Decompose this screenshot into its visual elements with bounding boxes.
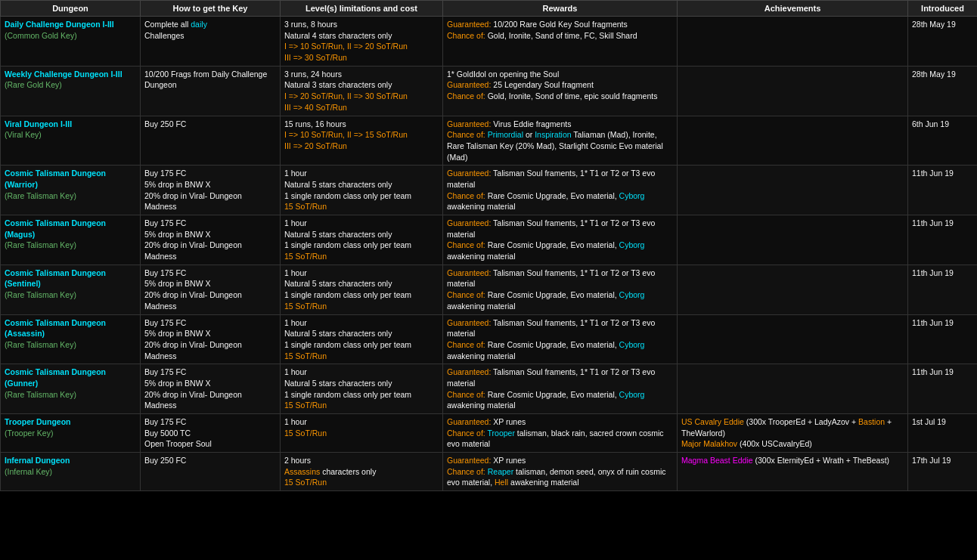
rewards-cell: Guaranteed: Talisman Soul framents, 1* T… — [443, 364, 678, 414]
table-row: Cosmic Talisman Dungeon (Magus)(Rare Tal… — [1, 215, 978, 265]
key-cell: Buy 175 FC Buy 5000 TC Open Trooper Soul — [141, 414, 281, 453]
rewards-cell: Guaranteed: Talisman Soul framents, 1* T… — [443, 314, 678, 364]
table-row: Cosmic Talisman Dungeon (Warrior)(Rare T… — [1, 166, 978, 215]
key-cell: Buy 175 FC 5% drop in BNW X 20% drop in … — [141, 364, 281, 414]
achievements-cell — [678, 314, 908, 364]
key-cell: Buy 175 FC 5% drop in BNW X 20% drop in … — [141, 265, 281, 314]
table-row: Infernal Dungeon(Infernal Key)Buy 250 FC… — [1, 453, 978, 491]
achievements-cell — [678, 17, 908, 67]
table-row: Cosmic Talisman Dungeon (Gunner)(Rare Ta… — [1, 364, 978, 414]
introduced-cell: 28th May 19 — [908, 17, 978, 67]
table-row: Cosmic Talisman Dungeon (Sentinel)(Rare … — [1, 265, 978, 314]
level-cell: 15 runs, 16 hoursI => 10 SoT/Run, II => … — [281, 116, 443, 166]
rewards-cell: Guaranteed: Virus Eddie fragmentsChance … — [443, 116, 678, 166]
header-dungeon: Dungeon — [1, 1, 141, 17]
level-cell: 1 hour15 SoT/Run — [281, 414, 443, 453]
achievements-cell: Magma Beast Eddie (300x EternityEd + Wra… — [678, 453, 908, 491]
level-cell: 3 runs, 24 hoursNatural 3 stars characte… — [281, 66, 443, 116]
introduced-cell: 11th Jun 19 — [908, 314, 978, 364]
key-cell: Complete all daily Challenges — [141, 17, 281, 67]
rewards-cell: Guaranteed: 10/200 Rare Gold Key Soul fr… — [443, 17, 678, 67]
rewards-cell: Guaranteed: XP runesChance of: Reaper ta… — [443, 453, 678, 491]
level-cell: 1 hourNatural 5 stars characters only1 s… — [281, 265, 443, 314]
achievements-cell: US Cavalry Eddie (300x TrooperEd + LadyA… — [678, 414, 908, 453]
achievements-cell — [678, 364, 908, 414]
introduced-cell: 11th Jun 19 — [908, 265, 978, 314]
dungeon-cell: Viral Dungeon I-III(Viral Key) — [1, 116, 141, 166]
dungeon-cell: Daily Challenge Dungeon I-III(Common Gol… — [1, 17, 141, 67]
rewards-cell: Guaranteed: XP runesChance of: Trooper t… — [443, 414, 678, 453]
key-cell: Buy 175 FC 5% drop in BNW X 20% drop in … — [141, 314, 281, 364]
dungeon-cell: Cosmic Talisman Dungeon (Magus)(Rare Tal… — [1, 215, 141, 265]
key-cell: 10/200 Frags from Daily Challenge Dungeo… — [141, 66, 281, 116]
introduced-cell: 6th Jun 19 — [908, 116, 978, 166]
introduced-cell: 11th Jun 19 — [908, 166, 978, 215]
achievements-cell — [678, 116, 908, 166]
dungeon-cell: Cosmic Talisman Dungeon (Warrior)(Rare T… — [1, 166, 141, 215]
dungeon-cell: Trooper Dungeon(Trooper Key) — [1, 414, 141, 453]
dungeon-cell: Infernal Dungeon(Infernal Key) — [1, 453, 141, 491]
table-row: Daily Challenge Dungeon I-III(Common Gol… — [1, 17, 978, 67]
level-cell: 3 runs, 8 hoursNatural 4 stars character… — [281, 17, 443, 67]
dungeon-table: Dungeon How to get the Key Level(s) limi… — [0, 0, 977, 491]
dungeon-cell: Cosmic Talisman Dungeon (Gunner)(Rare Ta… — [1, 364, 141, 414]
level-cell: 2 hoursAssassins characters only15 SoT/R… — [281, 453, 443, 491]
dungeon-cell: Cosmic Talisman Dungeon (Sentinel)(Rare … — [1, 265, 141, 314]
header-introduced: Introduced — [908, 1, 978, 17]
header-level: Level(s) limitations and cost — [281, 1, 443, 17]
table-row: Weekly Challenge Dungeon I-III(Rare Gold… — [1, 66, 978, 116]
table-row: Viral Dungeon I-III(Viral Key)Buy 250 FC… — [1, 116, 978, 166]
achievements-cell — [678, 166, 908, 215]
header-achievements: Achievements — [678, 1, 908, 17]
level-cell: 1 hourNatural 5 stars characters only1 s… — [281, 166, 443, 215]
rewards-cell: Guaranteed: Talisman Soul framents, 1* T… — [443, 166, 678, 215]
rewards-cell: 1* GoldIdol on opening the SoulGuarantee… — [443, 66, 678, 116]
achievements-cell — [678, 215, 908, 265]
introduced-cell: 11th Jun 19 — [908, 364, 978, 414]
table-row: Trooper Dungeon(Trooper Key)Buy 175 FC B… — [1, 414, 978, 453]
header-rewards: Rewards — [443, 1, 678, 17]
key-cell: Buy 250 FC — [141, 453, 281, 491]
key-cell: Buy 175 FC 5% drop in BNW X 20% drop in … — [141, 166, 281, 215]
key-cell: Buy 175 FC 5% drop in BNW X 20% drop in … — [141, 215, 281, 265]
level-cell: 1 hourNatural 5 stars characters only1 s… — [281, 314, 443, 364]
rewards-cell: Guaranteed: Talisman Soul framents, 1* T… — [443, 215, 678, 265]
table-header: Dungeon How to get the Key Level(s) limi… — [1, 1, 978, 17]
rewards-cell: Guaranteed: Talisman Soul framents, 1* T… — [443, 265, 678, 314]
level-cell: 1 hourNatural 5 stars characters only1 s… — [281, 215, 443, 265]
achievements-cell — [678, 66, 908, 116]
introduced-cell: 11th Jun 19 — [908, 215, 978, 265]
dungeon-cell: Weekly Challenge Dungeon I-III(Rare Gold… — [1, 66, 141, 116]
level-cell: 1 hourNatural 5 stars characters only1 s… — [281, 364, 443, 414]
introduced-cell: 1st Jul 19 — [908, 414, 978, 453]
introduced-cell: 17th Jul 19 — [908, 453, 978, 491]
header-key: How to get the Key — [141, 1, 281, 17]
dungeon-cell: Cosmic Talisman Dungeon (Assassin)(Rare … — [1, 314, 141, 364]
table-row: Cosmic Talisman Dungeon (Assassin)(Rare … — [1, 314, 978, 364]
achievements-cell — [678, 265, 908, 314]
key-cell: Buy 250 FC — [141, 116, 281, 166]
introduced-cell: 28th May 19 — [908, 66, 978, 116]
